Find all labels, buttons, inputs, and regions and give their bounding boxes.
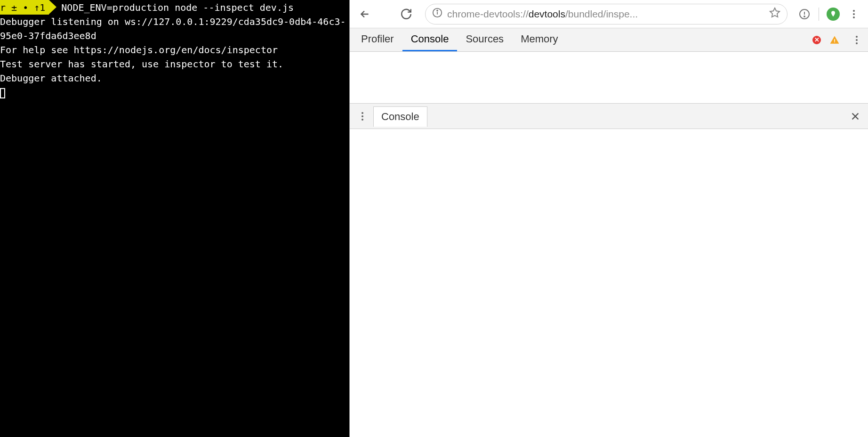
terminal-command: NODE_ENV=production node --inspect dev.j… bbox=[61, 0, 294, 15]
errors-indicator[interactable]: ✕ bbox=[811, 34, 823, 46]
address-bar[interactable]: chrome-devtools://devtools/bundled/inspe… bbox=[425, 4, 788, 24]
browser-panel: chrome-devtools://devtools/bundled/inspe… bbox=[349, 0, 868, 437]
prompt-arrow-icon bbox=[49, 0, 56, 14]
terminal-panel[interactable]: r ± • ↑1 NODE_ENV=production node --insp… bbox=[0, 0, 349, 437]
arrow-left-icon bbox=[359, 8, 371, 20]
browser-toolbar: chrome-devtools://devtools/bundled/inspe… bbox=[350, 0, 868, 28]
kebab-icon bbox=[362, 112, 363, 121]
svg-marker-3 bbox=[770, 8, 780, 17]
terminal-prompt-line: r ± • ↑1 NODE_ENV=production node --insp… bbox=[0, 0, 349, 15]
warnings-indicator[interactable] bbox=[828, 34, 841, 46]
bookmark-star-icon[interactable] bbox=[769, 7, 780, 21]
prompt-badge: r ± • ↑1 bbox=[0, 0, 49, 15]
drawer-console-area[interactable] bbox=[350, 129, 868, 437]
tab-console[interactable]: Console bbox=[402, 28, 458, 51]
warning-icon bbox=[830, 35, 839, 45]
tab-memory[interactable]: Memory bbox=[512, 28, 566, 51]
svg-point-2 bbox=[437, 10, 438, 11]
close-icon bbox=[850, 111, 860, 121]
svg-point-6 bbox=[804, 16, 805, 17]
devtools-menu-button[interactable] bbox=[848, 32, 865, 49]
address-url: chrome-devtools://devtools/bundled/inspe… bbox=[447, 8, 764, 20]
back-button[interactable] bbox=[355, 5, 374, 24]
alert-info-icon[interactable] bbox=[796, 6, 813, 23]
info-icon[interactable] bbox=[432, 8, 442, 20]
devtools-body: Console bbox=[350, 52, 868, 437]
devtools-tabs-bar: Profiler Console Sources Memory ✕ bbox=[350, 28, 868, 52]
terminal-cursor bbox=[0, 88, 5, 98]
tab-profiler[interactable]: Profiler bbox=[353, 28, 402, 51]
kebab-icon bbox=[856, 36, 858, 44]
terminal-output: Debugger listening on ws://127.0.0.1:922… bbox=[0, 15, 349, 85]
toolbar-separator bbox=[819, 8, 819, 21]
drawer-menu-button[interactable] bbox=[354, 108, 370, 124]
drawer-tab-console[interactable]: Console bbox=[373, 106, 427, 127]
reload-button[interactable] bbox=[397, 5, 416, 24]
drawer-header: Console bbox=[350, 104, 868, 129]
console-main-area[interactable] bbox=[350, 52, 868, 104]
extension-icon[interactable] bbox=[825, 6, 842, 23]
kebab-icon bbox=[853, 10, 855, 18]
tab-sources[interactable]: Sources bbox=[457, 28, 512, 51]
drawer-close-button[interactable] bbox=[847, 108, 863, 124]
reload-icon bbox=[400, 8, 412, 20]
error-icon: ✕ bbox=[812, 36, 821, 44]
browser-menu-button[interactable] bbox=[845, 6, 862, 23]
